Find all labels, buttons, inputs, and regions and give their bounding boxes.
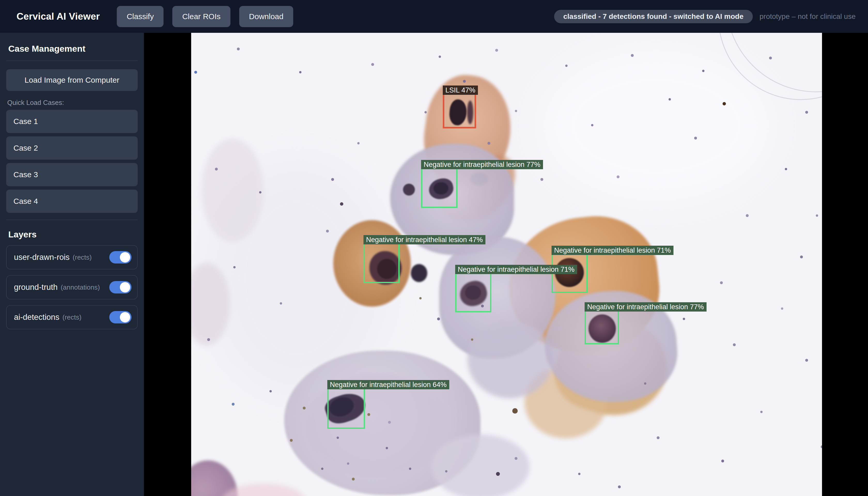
- case-button-3[interactable]: Case 3: [6, 163, 138, 186]
- status-badge: classified - 7 detections found - switch…: [554, 10, 753, 23]
- layer-card-ground-truth: ground-truth(annotations): [6, 275, 138, 299]
- download-button[interactable]: Download: [239, 6, 293, 27]
- layer-toggle-ground-truth[interactable]: [109, 281, 131, 293]
- viewer-canvas[interactable]: LSIL 47%Negative for intraepithelial les…: [144, 33, 868, 496]
- classify-button[interactable]: Classify: [117, 6, 164, 27]
- case-button-4[interactable]: Case 4: [6, 190, 138, 213]
- layer-kind: (rects): [63, 313, 82, 321]
- detection-label: Negative for intraepithelial lesion 77%: [421, 160, 543, 169]
- layer-toggle-ai-detections[interactable]: [109, 311, 131, 323]
- detection-label: Negative for intraepithelial lesion 64%: [327, 380, 449, 389]
- layer-name: user-drawn-rois: [14, 253, 69, 262]
- divider: [6, 220, 138, 220]
- layer-card-ai-detections: ai-detections(rects): [6, 305, 138, 329]
- case-button-2[interactable]: Case 2: [6, 136, 138, 160]
- detection-box-5[interactable]: Negative for intraepithelial lesion 77%: [585, 310, 619, 344]
- slide-overlay: LSIL 47%Negative for intraepithelial les…: [191, 33, 822, 496]
- layers-title: Layers: [8, 229, 138, 239]
- detection-label: LSIL 47%: [443, 86, 478, 95]
- layer-name: ai-detections: [14, 313, 59, 322]
- detection-label: Negative for intraepithelial lesion 71%: [552, 246, 673, 255]
- case-management-title: Case Management: [8, 44, 138, 54]
- case-list: Case 1Case 2Case 3Case 4: [6, 110, 138, 213]
- header-status-area: classified - 7 detections found - switch…: [554, 10, 856, 23]
- sidebar: Case Management Load Image from Computer…: [0, 33, 144, 496]
- detection-label: Negative for intraepithelial lesion 71%: [455, 265, 577, 274]
- detection-label: Negative for intraepithelial lesion 77%: [585, 302, 707, 312]
- layer-kind: (annotations): [61, 283, 100, 291]
- app-title: Cervical AI Viewer: [17, 11, 100, 22]
- detection-box-1[interactable]: Negative for intraepithelial lesion 77%: [421, 168, 458, 208]
- detection-box-6[interactable]: Negative for intraepithelial lesion 64%: [327, 388, 365, 429]
- layer-toggle-user-drawn-rois[interactable]: [109, 251, 131, 264]
- header-actions: Classify Clear ROIs Download: [117, 6, 293, 27]
- layer-card-user-drawn-rois: user-drawn-rois(rects): [6, 245, 138, 269]
- detection-box-2[interactable]: Negative for intraepithelial lesion 47%: [363, 243, 400, 283]
- toggle-knob: [120, 282, 130, 292]
- load-image-button[interactable]: Load Image from Computer: [6, 69, 138, 91]
- layer-kind: (rects): [73, 253, 92, 261]
- clear-rois-button[interactable]: Clear ROIs: [172, 6, 230, 27]
- layer-name: ground-truth: [14, 283, 58, 292]
- layer-list: user-drawn-rois(rects)ground-truth(annot…: [6, 245, 138, 329]
- case-button-1[interactable]: Case 1: [6, 110, 138, 133]
- disclaimer-text: prototype – not for clinical use: [760, 12, 856, 21]
- divider: [6, 60, 138, 61]
- detection-label: Negative for intraepithelial lesion 47%: [363, 235, 485, 244]
- header-bar: Cervical AI Viewer Classify Clear ROIs D…: [0, 0, 868, 33]
- detection-box-0[interactable]: LSIL 47%: [443, 93, 476, 128]
- toggle-knob: [120, 252, 130, 262]
- toggle-knob: [120, 312, 130, 322]
- detection-box-4[interactable]: Negative for intraepithelial lesion 71%: [455, 273, 491, 312]
- quick-load-label: Quick Load Cases:: [7, 99, 138, 107]
- cervical-ai-viewer-app: Cervical AI Viewer Classify Clear ROIs D…: [0, 0, 868, 496]
- slide-image[interactable]: LSIL 47%Negative for intraepithelial les…: [191, 33, 822, 496]
